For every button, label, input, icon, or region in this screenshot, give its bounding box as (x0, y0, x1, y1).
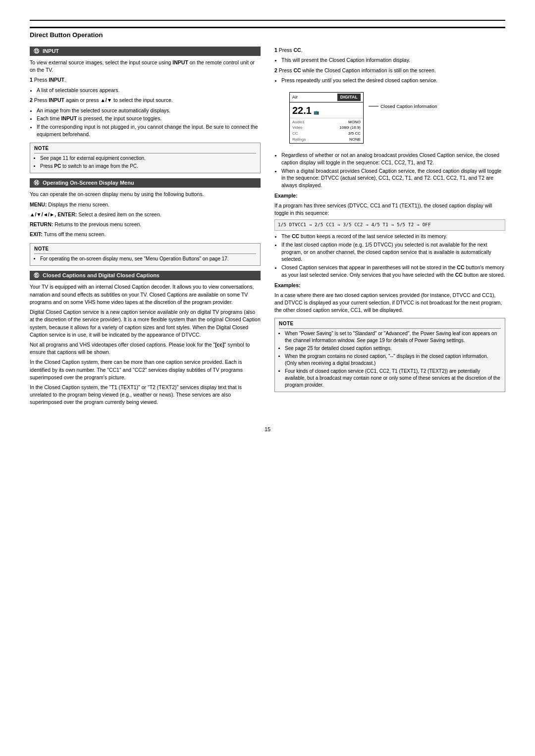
input-bullet2: Each time INPUT is pressed, the input so… (37, 115, 261, 122)
right-note3: When the program contains no closed capt… (285, 353, 501, 367)
right-bullet1: Regardless of whether or not an analog b… (281, 151, 505, 166)
osd-return: RETURN: Returns to the previous menu scr… (30, 221, 261, 228)
right-note-title: NOTE (279, 320, 501, 329)
tv-ratings-label: Ratings (292, 137, 306, 143)
caption-line (369, 106, 378, 106)
input-icon: ⑬ (34, 48, 39, 54)
input-step2: 2 Press INPUT again or press ▲/▼ to sele… (30, 97, 261, 104)
tv-channel: 22.1 📺 (290, 102, 363, 118)
right-bullet3: The CC button keeps a record of the last… (281, 233, 505, 240)
right-note-box: NOTE When "Power Saving" is set to "Stan… (274, 318, 505, 392)
osd-notes: For operating the on-screen display menu… (34, 255, 256, 262)
tv-caption-info: Closed Caption information (369, 88, 437, 109)
cc-title: Closed Captions and Digital Closed Capti… (43, 272, 160, 278)
osd-menu: MENU: Displays the menu screen. (30, 201, 261, 208)
tv-video-val: 1080i (16:9) (339, 125, 361, 131)
cc-section-header: ⑮ Closed Captions and Digital Closed Cap… (30, 271, 261, 280)
input-title: INPUT (43, 48, 59, 54)
tv-display-area: Air DIGITAL 22.1 📺 Audio1 MONO (274, 88, 505, 148)
cc-para2: Digital Closed Caption service is a new … (30, 308, 261, 339)
sequence-text: 1/5 DTVCC1 → 2/5 CC1 → 3/5 CC2 → 4/5 T1 … (278, 222, 431, 227)
input-section-header: ⑬ INPUT (30, 47, 261, 56)
osd-exit: EXIT: Turns off the menu screen. (30, 231, 261, 238)
right-step2-sub: Press repeatedly until you select the de… (281, 77, 505, 84)
right-note4: Four kinds of closed caption service (CC… (285, 368, 501, 389)
right-cc-body: 1 Press CC. This will present the Closed… (274, 47, 505, 392)
tv-cc-row: CC 2/5 CC (292, 131, 361, 137)
right-step2: 2 Press CC while the Closed Caption info… (274, 67, 505, 74)
osd-note1: For operating the on-screen display menu… (40, 255, 256, 262)
tv-video-row: Video 1080i (16:9) (292, 125, 361, 131)
osd-arrows: ▲/▼/◄/►, ENTER: Select a desired item on… (30, 211, 261, 218)
right-bullet4: If the last closed caption mode (e.g. 1/… (281, 241, 505, 263)
sequence-display: 1/5 DTVCC1 → 2/5 CC1 → 3/5 CC2 → 4/5 T1 … (274, 219, 505, 231)
tv-display: Air DIGITAL 22.1 📺 Audio1 MONO (289, 92, 364, 144)
osd-section-body: You can operate the on-screen display me… (30, 191, 261, 238)
input-note1: See page 11 for external equipment conne… (40, 155, 256, 162)
tv-channel-icon: 📺 (313, 109, 319, 116)
input-notes: See page 11 for external equipment conne… (34, 155, 256, 170)
top-rule (30, 20, 505, 21)
osd-note-box: NOTE For operating the on-screen display… (30, 243, 261, 266)
tv-air-label: Air (292, 94, 298, 101)
tv-digital-label: DIGITAL (337, 94, 361, 101)
right-bullet5: Closed Caption services that appear in p… (281, 264, 505, 278)
tv-cc-label: CC (292, 131, 298, 137)
input-step1: 1 Press INPUT. (30, 76, 261, 84)
input-intro: To view external source images, select t… (30, 59, 261, 74)
right-bullets1: Regardless of whether or not an analog b… (274, 151, 505, 189)
right-notes: When "Power Saving" is set to "Standard"… (279, 330, 501, 389)
tv-cc-val: 2/5 CC (348, 131, 361, 137)
right-step1-sub: This will present the Closed Caption inf… (281, 56, 505, 64)
example-title: Example: (274, 192, 505, 200)
tv-audio-row: Audio1 MONO (292, 119, 361, 125)
input-section-body: To view external source images, select t… (30, 59, 261, 138)
osd-note-title: NOTE (34, 246, 256, 254)
tv-video-label: Video (292, 125, 302, 131)
input-step2-bullets: An image from the selected source automa… (30, 107, 261, 138)
example-text: If a program has three services (DTVCC, … (274, 202, 505, 217)
right-step2-bullets: Press repeatedly until you select the de… (274, 77, 505, 84)
page-title: Direct Button Operation (30, 31, 103, 39)
page-number: 15 (30, 426, 505, 432)
left-column: ⑬ INPUT To view external source images, … (30, 47, 261, 411)
cc-para5: In the Closed Caption system, the "T1 (T… (30, 384, 261, 406)
osd-title: Operating On-Screen Display Menu (43, 180, 134, 186)
cc-para3: Not all programs and VHS videotapes offe… (30, 341, 261, 356)
right-bullet2: When a digital broadcast provides Closed… (281, 167, 505, 189)
input-note2: Press PC to switch to an image from the … (40, 163, 256, 170)
osd-section-header: ⑭ Operating On-Screen Display Menu (30, 178, 261, 188)
right-step1-bullets: This will present the Closed Caption inf… (274, 56, 505, 64)
page-header: Direct Button Operation (30, 27, 505, 39)
tv-info: Audio1 MONO Video 1080i (16:9) CC 2/5 CC (290, 118, 363, 143)
right-step1: 1 Press CC. (274, 47, 505, 54)
osd-intro: You can operate the on-screen display me… (30, 191, 261, 198)
caption-info-label: Closed Caption information (380, 103, 437, 109)
cc-intro: Your TV is equipped with an internal Clo… (30, 283, 261, 306)
input-step1-bullets: A list of selectable sources appears. (30, 87, 261, 94)
right-column: 1 Press CC. This will present the Closed… (274, 47, 505, 411)
tv-ratings-val: NONE (349, 137, 361, 143)
cc-section-body: Your TV is equipped with an internal Clo… (30, 283, 261, 406)
tv-header: Air DIGITAL (290, 93, 363, 102)
input-bullet1: An image from the selected source automa… (37, 107, 261, 114)
right-note1: When "Power Saving" is set to "Standard"… (285, 330, 501, 344)
osd-icon: ⑭ (34, 180, 39, 186)
tv-audio-label: Audio1 (292, 119, 305, 125)
cc-icon: ⑮ (34, 272, 39, 278)
tv-channel-num: 22.1 (292, 103, 312, 118)
right-bullets2: The CC button keeps a record of the last… (274, 233, 505, 278)
examples-text: In a case where there are two closed cap… (274, 292, 505, 314)
cc-para4: In the Closed Caption system, there can … (30, 358, 261, 381)
right-note2: See page 25 for detailed closed caption … (285, 345, 501, 352)
input-note-title: NOTE (34, 145, 256, 153)
examples-title: Examples: (274, 282, 505, 289)
input-note-box: NOTE See page 11 for external equipment … (30, 143, 261, 173)
tv-ratings-row: Ratings NONE (292, 137, 361, 143)
tv-audio-val: MONO (348, 119, 361, 125)
input-bullet3: If the corresponding input is not plugge… (37, 123, 261, 138)
main-content: ⑬ INPUT To view external source images, … (30, 47, 505, 411)
input-step1-bullet1: A list of selectable sources appears. (37, 87, 261, 94)
